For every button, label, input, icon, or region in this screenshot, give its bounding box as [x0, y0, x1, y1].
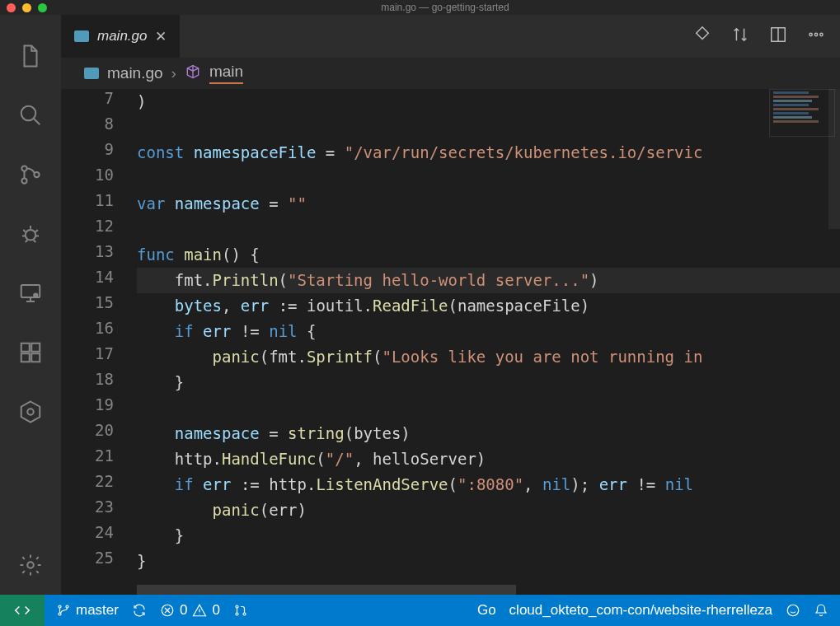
package-icon: [185, 63, 201, 84]
horizontal-scrollbar[interactable]: [61, 585, 840, 595]
settings-gear-icon[interactable]: [0, 535, 61, 595]
minimap[interactable]: [769, 89, 835, 137]
tab-label: main.go: [97, 28, 147, 44]
window-zoom-icon[interactable]: [38, 3, 47, 12]
warning-count: 0: [212, 602, 219, 619]
svg-point-1: [21, 166, 26, 171]
svg-point-25: [787, 605, 799, 616]
breadcrumb-file: main.go: [107, 64, 163, 82]
line-gutter: 78910111213141516171819202122232425: [61, 89, 137, 585]
svg-rect-9: [31, 353, 40, 362]
sync-icon[interactable]: [132, 603, 147, 618]
compare-icon[interactable]: [731, 26, 749, 47]
gitlens-icon[interactable]: [693, 26, 711, 47]
remote-indicator[interactable]: [0, 595, 45, 626]
code-editor[interactable]: 78910111213141516171819202122232425 ) co…: [61, 89, 840, 585]
breadcrumb-symbol: main: [209, 63, 243, 84]
code-content[interactable]: ) const namespaceFile = "/var/run/secret…: [137, 89, 840, 585]
k8s-context[interactable]: cloud_okteto_com-con/website-rherrelleza: [509, 602, 772, 619]
svg-point-19: [59, 613, 61, 615]
error-count: 0: [180, 602, 187, 619]
tab-main-go[interactable]: main.go ✕: [61, 15, 180, 58]
pull-request-icon[interactable]: [233, 603, 248, 618]
svg-point-13: [27, 562, 34, 568]
svg-point-24: [243, 613, 246, 615]
svg-point-3: [34, 172, 39, 177]
svg-point-4: [26, 230, 36, 241]
svg-rect-10: [31, 343, 40, 352]
go-file-icon: [84, 68, 99, 79]
svg-rect-7: [21, 343, 30, 352]
explorer-icon[interactable]: [0, 26, 61, 86]
search-icon[interactable]: [0, 86, 61, 145]
svg-point-6: [33, 292, 38, 297]
svg-point-15: [809, 33, 812, 35]
kubernetes-icon[interactable]: [0, 382, 61, 441]
title-bar: main.go — go-getting-started: [0, 0, 840, 15]
tab-close-icon[interactable]: ✕: [155, 28, 167, 45]
language-mode[interactable]: Go: [477, 602, 496, 619]
svg-point-2: [21, 178, 26, 183]
svg-rect-8: [21, 353, 30, 362]
window-minimize-icon[interactable]: [22, 3, 31, 12]
problems[interactable]: 0 0: [160, 602, 220, 619]
status-bar: master 0 0 Go cloud_okteto_com-con/websi…: [0, 595, 840, 626]
svg-point-17: [820, 33, 823, 35]
svg-point-22: [236, 605, 238, 608]
activity-bar: [0, 15, 61, 595]
git-branch[interactable]: master: [56, 602, 119, 619]
window-title: main.go — go-getting-started: [57, 2, 833, 13]
editor-tabs: main.go ✕: [61, 15, 840, 58]
chevron-right-icon: ›: [171, 64, 176, 82]
source-control-icon[interactable]: [0, 145, 61, 204]
svg-point-16: [814, 33, 817, 35]
svg-point-18: [59, 605, 61, 608]
remote-explorer-icon[interactable]: [0, 264, 61, 323]
feedback-icon[interactable]: [786, 603, 800, 618]
breadcrumb[interactable]: main.go › main: [61, 58, 840, 89]
debug-icon[interactable]: [0, 204, 61, 264]
svg-point-20: [66, 605, 68, 608]
go-file-icon: [74, 30, 89, 42]
vertical-scrollbar[interactable]: [828, 89, 840, 229]
svg-point-0: [21, 106, 36, 121]
svg-point-23: [236, 613, 238, 615]
extensions-icon[interactable]: [0, 323, 61, 382]
svg-point-12: [27, 409, 34, 415]
notifications-icon[interactable]: [814, 603, 828, 618]
split-editor-icon[interactable]: [769, 26, 787, 47]
branch-name: master: [76, 602, 119, 619]
more-actions-icon[interactable]: [807, 26, 825, 47]
svg-marker-11: [21, 402, 40, 423]
window-close-icon[interactable]: [7, 3, 16, 12]
